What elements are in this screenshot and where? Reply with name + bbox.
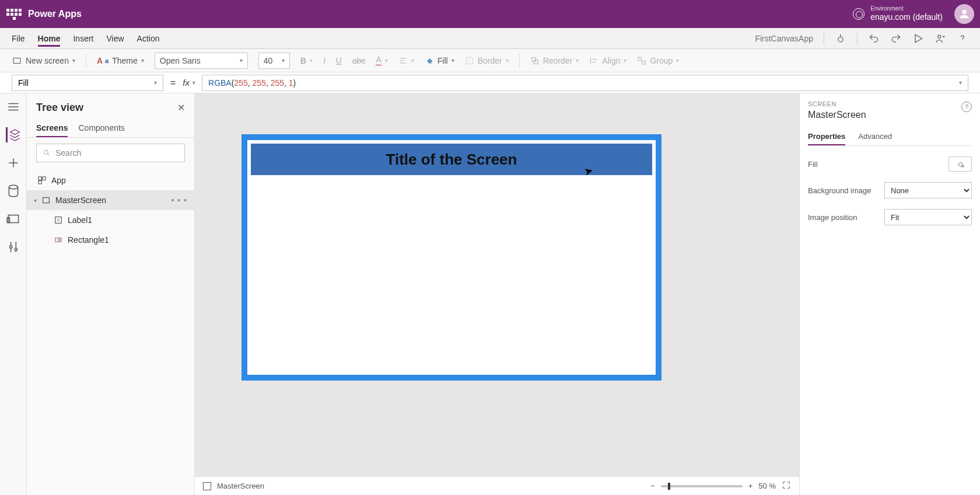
svg-rect-3 bbox=[466, 57, 473, 64]
tree-item-label1[interactable]: Label1 bbox=[27, 210, 194, 230]
search-placeholder: Search bbox=[55, 148, 81, 158]
chevron-down-icon: ▾ bbox=[240, 57, 243, 64]
menu-view[interactable]: View bbox=[106, 30, 124, 47]
props-name: MasterScreen bbox=[808, 110, 972, 120]
canvas-area[interactable]: Title of the Screen ➤ MasterScreen − + 5… bbox=[195, 93, 799, 495]
props-heading: SCREEN bbox=[808, 100, 972, 107]
text-align-button[interactable]: ▾ bbox=[398, 56, 414, 65]
properties-pane: ? SCREEN MasterScreen Properties Advance… bbox=[799, 93, 980, 495]
undo-icon[interactable] bbox=[868, 33, 880, 44]
property-select[interactable]: Fill ▾ bbox=[12, 75, 163, 91]
formula-bar: Fill ▾ = fx▾ RGBA(255, 255, 255, 1) ▾ bbox=[0, 72, 980, 93]
tree-item-rectangle1[interactable]: Rectangle1 bbox=[27, 230, 194, 250]
tree-title: Tree view bbox=[36, 102, 83, 114]
hamburger-icon[interactable] bbox=[6, 99, 21, 114]
chevron-down-icon: ▾ bbox=[141, 57, 144, 64]
top-bar: Power Apps Environment enayu.com (defaul… bbox=[0, 0, 980, 28]
new-screen-label: New screen bbox=[26, 56, 69, 65]
chevron-down-icon: ▾ bbox=[282, 57, 285, 64]
status-bar: MasterScreen − + 50 % bbox=[195, 476, 799, 495]
svg-point-11 bbox=[9, 246, 12, 248]
waffle-icon[interactable] bbox=[6, 6, 22, 22]
environment-block[interactable]: Environment enayu.com (default) bbox=[853, 6, 943, 22]
fill-button[interactable]: Fill ▾ bbox=[425, 56, 454, 65]
tab-screens[interactable]: Screens bbox=[36, 120, 68, 137]
svg-rect-6 bbox=[638, 57, 641, 60]
tree-item-label: Rectangle1 bbox=[68, 235, 109, 245]
tab-components[interactable]: Components bbox=[78, 120, 124, 137]
property-value: Fill bbox=[18, 78, 29, 88]
menu-bar: File Home Insert View Action FirstCanvas… bbox=[0, 28, 980, 49]
prop-imgpos-label: Image position bbox=[808, 213, 858, 222]
zoom-slider[interactable] bbox=[661, 485, 743, 487]
border-button[interactable]: Border ▾ bbox=[465, 56, 509, 65]
zoom-value: 50 % bbox=[758, 482, 776, 490]
new-screen-button[interactable]: New screen ▾ bbox=[12, 55, 75, 66]
chevron-down-icon: ▾ bbox=[72, 57, 75, 64]
tab-properties[interactable]: Properties bbox=[808, 128, 845, 145]
menu-home[interactable]: Home bbox=[38, 30, 61, 47]
formula-input[interactable]: RGBA(255, 255, 255, 1) ▾ bbox=[202, 75, 968, 91]
menu-insert[interactable]: Insert bbox=[73, 30, 93, 47]
group-button[interactable]: Group ▾ bbox=[637, 56, 679, 65]
menu-action[interactable]: Action bbox=[137, 30, 160, 47]
tools-icon[interactable] bbox=[6, 239, 21, 255]
font-select[interactable]: Open Sans ▾ bbox=[155, 53, 248, 69]
help-icon[interactable] bbox=[957, 33, 968, 44]
font-value: Open Sans bbox=[160, 56, 201, 65]
svg-point-21 bbox=[962, 166, 964, 168]
info-icon[interactable]: ? bbox=[961, 102, 972, 112]
zoom-out-button[interactable]: − bbox=[650, 482, 655, 490]
bgimage-select[interactable]: None bbox=[884, 182, 972, 198]
zoom-in-button[interactable]: + bbox=[748, 482, 753, 490]
separator bbox=[824, 32, 824, 45]
svg-point-13 bbox=[44, 150, 48, 154]
screen-icon bbox=[203, 482, 211, 490]
tree-item-label: Label1 bbox=[68, 215, 92, 225]
share-icon[interactable] bbox=[935, 33, 946, 44]
font-size-value: 40 bbox=[264, 56, 273, 65]
chevron-down-icon[interactable]: ▾ bbox=[34, 197, 37, 204]
screen-stage[interactable]: Title of the Screen ➤ bbox=[242, 134, 662, 381]
fill-label: Fill bbox=[438, 56, 448, 65]
font-color-button[interactable]: A▾ bbox=[376, 55, 387, 66]
play-icon[interactable] bbox=[912, 33, 924, 44]
fullscreen-icon[interactable] bbox=[782, 480, 791, 491]
insert-icon[interactable] bbox=[6, 155, 21, 170]
italic-button[interactable]: I bbox=[323, 56, 326, 65]
align-button[interactable]: Align ▾ bbox=[589, 56, 626, 65]
data-icon[interactable] bbox=[6, 183, 21, 198]
tree-view-icon[interactable] bbox=[6, 127, 21, 142]
more-icon[interactable]: • • • bbox=[172, 196, 187, 205]
menu-file[interactable]: File bbox=[12, 30, 25, 47]
close-icon[interactable]: ✕ bbox=[177, 102, 185, 113]
chevron-down-icon[interactable]: ▾ bbox=[959, 79, 962, 86]
tab-advanced[interactable]: Advanced bbox=[858, 128, 892, 145]
body: Tree view ✕ Screens Components Search Ap… bbox=[0, 93, 980, 495]
svg-rect-15 bbox=[43, 177, 46, 180]
media-icon[interactable] bbox=[6, 211, 21, 226]
search-input[interactable]: Search bbox=[36, 144, 185, 162]
reorder-button[interactable]: Reorder ▾ bbox=[530, 56, 579, 65]
fx-icon[interactable]: fx▾ bbox=[183, 78, 195, 88]
align-label: Align bbox=[602, 56, 620, 65]
imgpos-select[interactable]: Fit bbox=[884, 209, 972, 225]
prop-bgimage-label: Background image bbox=[808, 186, 871, 195]
svg-point-1 bbox=[938, 35, 941, 38]
fill-swatch[interactable] bbox=[949, 156, 972, 172]
user-avatar[interactable] bbox=[954, 4, 974, 24]
app-title: Power Apps bbox=[28, 9, 82, 19]
underline-button[interactable]: U bbox=[336, 56, 342, 65]
title-label[interactable]: Title of the Screen ➤ bbox=[251, 144, 652, 175]
strike-button[interactable]: abc bbox=[352, 56, 366, 65]
redo-icon[interactable] bbox=[890, 33, 902, 44]
bold-button[interactable]: B▾ bbox=[300, 56, 313, 65]
theme-button[interactable]: Aa Theme ▾ bbox=[97, 56, 144, 65]
tree-item-app[interactable]: App bbox=[27, 170, 194, 190]
font-size-select[interactable]: 40 ▾ bbox=[258, 53, 290, 69]
props-tabs: Properties Advanced bbox=[808, 128, 972, 146]
svg-rect-4 bbox=[531, 57, 536, 61]
tree-item-masterscreen[interactable]: ▾ MasterScreen • • • bbox=[27, 190, 194, 210]
group-label: Group bbox=[650, 56, 673, 65]
checker-icon[interactable] bbox=[835, 33, 846, 44]
